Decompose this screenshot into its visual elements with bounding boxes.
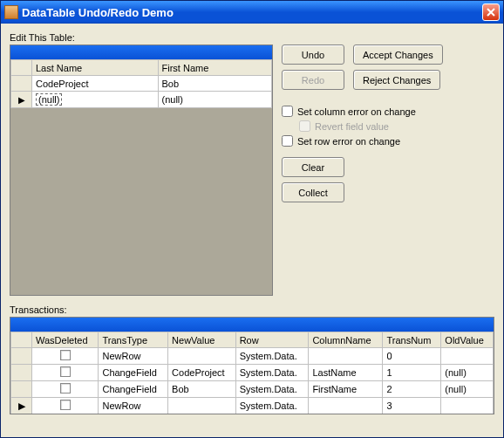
col-header-row[interactable]: Row	[235, 332, 309, 348]
checkbox-icon	[60, 400, 71, 410]
window-title: DataTable Undo/Redo Demo	[22, 6, 482, 19]
clear-button[interactable]: Clear	[282, 157, 344, 177]
revert-field-label: Revert field value	[315, 121, 389, 132]
row-indicator	[11, 76, 32, 92]
col-header-wasdeleted[interactable]: WasDeleted	[32, 332, 99, 348]
cell-oldvalue[interactable]	[441, 348, 494, 365]
edit-grid[interactable]: Last Name First Name CodeProjectBob▶(nul…	[10, 44, 273, 296]
cell-oldvalue[interactable]: (null)	[441, 365, 494, 381]
edit-table-label: Edit This Table:	[10, 32, 494, 43]
grid-caption-bar	[10, 45, 272, 59]
close-icon	[487, 8, 495, 17]
cell-wasdeleted[interactable]	[32, 381, 99, 398]
col-header-newvalue[interactable]: NewValue	[168, 332, 236, 348]
transactions-label: Transactions:	[10, 305, 494, 315]
row-error-label: Set row error on change	[297, 136, 400, 147]
cell-transnum[interactable]: 3	[383, 398, 441, 414]
collect-button[interactable]: Collect	[282, 182, 344, 202]
checkbox-icon	[60, 366, 71, 377]
cell-transnum[interactable]: 1	[383, 365, 441, 381]
cell-oldvalue[interactable]: (null)	[441, 381, 494, 398]
cell-firstname[interactable]: (null)	[158, 92, 271, 108]
cell-newvalue[interactable]: CodeProject	[168, 365, 236, 381]
cell-transtype[interactable]: ChangeField	[99, 365, 168, 381]
row-indicator	[11, 348, 32, 365]
column-error-checkbox[interactable]	[282, 106, 293, 117]
cell-newvalue[interactable]: Bob	[168, 381, 236, 398]
corner-header	[11, 332, 32, 348]
cell-lastname[interactable]: CodeProject	[32, 76, 159, 92]
cell-columnname[interactable]: FirstName	[309, 381, 383, 398]
row-indicator: ▶	[11, 398, 32, 414]
cell-firstname[interactable]: Bob	[158, 76, 271, 92]
close-button[interactable]	[482, 3, 500, 21]
cell-columnname[interactable]	[309, 348, 383, 365]
cell-transtype[interactable]: NewRow	[99, 348, 168, 365]
row-error-checkbox[interactable]	[282, 135, 293, 147]
titlebar: DataTable Undo/Redo Demo	[1, 1, 503, 24]
cell-row[interactable]: System.Data.	[235, 381, 309, 398]
redo-button[interactable]: Redo	[282, 70, 344, 90]
cell-transtype[interactable]: NewRow	[99, 398, 168, 414]
table-row[interactable]: ChangeFieldCodeProjectSystem.Data.LastNa…	[11, 365, 494, 381]
checkbox-icon	[60, 383, 71, 394]
grid-caption-bar	[10, 318, 494, 332]
check-column-error[interactable]: Set column error on change	[282, 106, 443, 117]
row-indicator: ▶	[11, 92, 32, 108]
cell-transnum[interactable]: 2	[383, 381, 441, 398]
reject-changes-button[interactable]: Reject Changes	[353, 70, 440, 90]
cell-wasdeleted[interactable]	[32, 348, 99, 365]
client-area: Edit This Table: Last Name First Name Co…	[1, 24, 503, 420]
table-row[interactable]: ▶(null)(null)	[11, 92, 272, 108]
col-header-columnname[interactable]: ColumnName	[309, 332, 383, 348]
cell-newvalue[interactable]	[168, 348, 236, 365]
row-indicator	[11, 365, 32, 381]
accept-changes-button[interactable]: Accept Changes	[353, 44, 443, 65]
table-row[interactable]: ▶NewRowSystem.Data.3	[11, 398, 494, 414]
cell-wasdeleted[interactable]	[32, 365, 99, 381]
cell-row[interactable]: System.Data.	[235, 398, 309, 414]
table-row[interactable]: ChangeFieldBobSystem.Data.FirstName2(nul…	[11, 381, 494, 398]
checkbox-icon	[60, 350, 71, 360]
cell-transtype[interactable]: ChangeField	[99, 381, 168, 398]
col-header-oldvalue[interactable]: OldValue	[441, 332, 494, 348]
col-header-transnum[interactable]: TransNum	[383, 332, 441, 348]
undo-button[interactable]: Undo	[282, 44, 344, 65]
cell-lastname[interactable]: (null)	[32, 92, 159, 108]
cell-newvalue[interactable]	[168, 398, 236, 414]
cell-transnum[interactable]: 0	[383, 348, 441, 365]
check-revert-field: Revert field value	[299, 120, 443, 132]
app-icon	[4, 5, 18, 19]
table-row[interactable]: CodeProjectBob	[11, 76, 272, 92]
col-header-transtype[interactable]: TransType	[99, 332, 168, 348]
column-error-label: Set column error on change	[297, 106, 416, 117]
cell-columnname[interactable]	[309, 398, 383, 414]
cell-columnname[interactable]: LastName	[309, 365, 383, 381]
corner-header	[11, 60, 32, 76]
revert-field-checkbox	[299, 120, 310, 132]
cell-row[interactable]: System.Data.	[235, 348, 309, 365]
cell-oldvalue[interactable]	[441, 398, 494, 414]
button-panel: Undo Accept Changes Redo Reject Changes …	[282, 44, 443, 296]
col-header-lastname[interactable]: Last Name	[32, 60, 159, 76]
transactions-grid[interactable]: WasDeleted TransType NewValue Row Column…	[10, 317, 494, 414]
table-row[interactable]: NewRowSystem.Data.0	[11, 348, 494, 365]
cell-wasdeleted[interactable]	[32, 398, 99, 414]
col-header-firstname[interactable]: First Name	[158, 60, 271, 76]
row-indicator	[11, 381, 32, 398]
cell-row[interactable]: System.Data.	[235, 365, 309, 381]
check-row-error[interactable]: Set row error on change	[282, 135, 443, 147]
